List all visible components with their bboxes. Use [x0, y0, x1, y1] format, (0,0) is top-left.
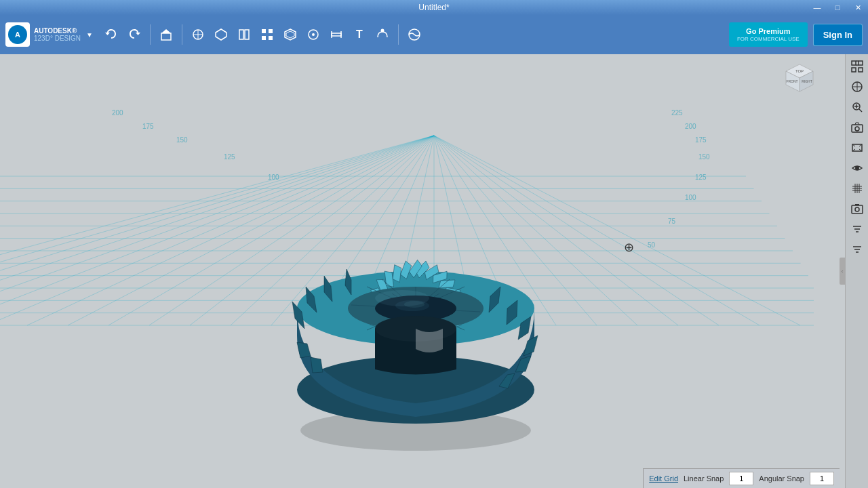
viewport[interactable]: ⊕ TOP RIGHT FRONT: [0, 54, 845, 488]
pattern-tool-button[interactable]: [257, 24, 277, 45]
undo-button[interactable]: [101, 24, 121, 45]
primitive-tool-button[interactable]: [156, 24, 176, 45]
redo-button[interactable]: [124, 24, 144, 45]
svg-rect-2: [161, 33, 171, 40]
camera-button[interactable]: [848, 118, 867, 137]
svg-rect-12: [262, 36, 266, 40]
close-button[interactable]: ✕: [848, 0, 868, 15]
svg-point-39: [375, 290, 429, 306]
zoom-fit-button[interactable]: [848, 57, 867, 76]
gear-model: [246, 119, 585, 458]
svg-point-21: [380, 29, 384, 33]
svg-rect-51: [859, 68, 863, 72]
linear-snap-input[interactable]: [729, 472, 753, 485]
group-tool-button[interactable]: [280, 24, 300, 45]
window-title: Untitled*: [418, 3, 449, 12]
minimize-button[interactable]: —: [807, 0, 827, 15]
angular-snap-input[interactable]: [810, 472, 834, 485]
go-premium-label: Go Premium: [746, 26, 790, 36]
home-view-button[interactable]: [848, 77, 867, 96]
logo-text: AUTODESK® 123D° DESIGN: [34, 27, 81, 42]
maximize-button[interactable]: □: [827, 0, 848, 15]
render-tool-button[interactable]: [404, 24, 425, 45]
view-cube[interactable]: TOP RIGHT FRONT: [783, 61, 816, 95]
sign-in-button[interactable]: Sign In: [813, 24, 863, 46]
bottom-bar: Edit Grid Linear Snap Angular Snap: [643, 468, 840, 488]
logo-area: A AUTODESK® 123D° DESIGN ▼: [5, 22, 93, 47]
svg-point-64: [855, 166, 859, 170]
product-name: 123D° DESIGN: [34, 35, 81, 42]
screenshot-button[interactable]: [848, 199, 867, 218]
main-area: ⊕ TOP RIGHT FRONT: [0, 54, 868, 488]
svg-rect-13: [269, 36, 273, 40]
visibility-button[interactable]: [848, 159, 867, 178]
gear-svg: [246, 119, 585, 458]
svg-marker-15: [286, 31, 294, 38]
svg-rect-18: [332, 33, 341, 36]
zoom-in-button[interactable]: [848, 98, 867, 117]
modify-tool-button[interactable]: [234, 24, 254, 45]
svg-rect-49: [859, 61, 863, 65]
svg-rect-50: [852, 68, 856, 72]
sketch-tool-button[interactable]: [188, 24, 208, 45]
edit-grid-label[interactable]: Edit Grid: [649, 474, 678, 483]
svg-rect-10: [262, 29, 266, 33]
header-toolbar: A AUTODESK® 123D° DESIGN ▼: [0, 15, 868, 54]
svg-rect-71: [852, 205, 863, 214]
svg-rect-11: [269, 29, 273, 33]
logo-dropdown-arrow[interactable]: ▼: [86, 31, 93, 39]
measure-tool-button[interactable]: [326, 24, 347, 45]
filter1-button[interactable]: [848, 220, 867, 239]
svg-point-58: [855, 127, 859, 131]
right-panel-collapse[interactable]: ‹: [840, 258, 845, 285]
sep-1: [150, 24, 151, 45]
svg-rect-8: [239, 30, 243, 39]
construct-tool-button[interactable]: [211, 24, 231, 45]
svg-marker-7: [216, 29, 226, 40]
linear-snap-label: Linear Snap: [684, 474, 724, 483]
svg-rect-9: [245, 30, 249, 39]
community-tool-button[interactable]: [372, 24, 393, 45]
go-premium-button[interactable]: Go Premium FOR COMMERCIAL USE: [729, 22, 808, 47]
svg-text:FRONT: FRONT: [786, 79, 797, 83]
filter2-button[interactable]: [848, 240, 867, 259]
svg-text:RIGHT: RIGHT: [802, 79, 812, 83]
svg-line-54: [859, 109, 862, 112]
svg-text:TOP: TOP: [795, 69, 804, 73]
right-panel: [845, 54, 868, 488]
grid-settings-button[interactable]: [848, 179, 867, 198]
window-controls: — □ ✕: [807, 0, 868, 15]
perspective-button[interactable]: [848, 138, 867, 157]
text-tool-button[interactable]: T: [349, 24, 370, 45]
svg-rect-46: [852, 61, 856, 65]
titlebar: Untitled* — □ ✕: [0, 0, 868, 15]
svg-marker-3: [161, 29, 171, 33]
autodesk-logo-icon: A: [5, 22, 30, 47]
svg-point-72: [855, 207, 859, 211]
svg-point-17: [312, 33, 315, 36]
go-premium-sub: FOR COMMERCIAL USE: [737, 36, 800, 43]
sep-2: [182, 24, 182, 45]
svg-text:A: A: [15, 30, 20, 39]
svg-rect-73: [855, 204, 859, 205]
sep-3: [398, 24, 399, 45]
angular-snap-label: Angular Snap: [759, 474, 804, 483]
brand-name: AUTODESK®: [34, 27, 81, 35]
snap-tool-button[interactable]: [303, 24, 323, 45]
